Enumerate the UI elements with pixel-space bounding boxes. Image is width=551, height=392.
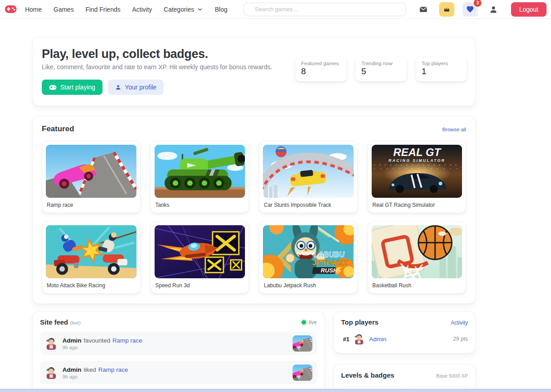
game-thumbnail: LABUBU JETPACK RUSH [263,225,354,278]
levels-badges-section: Levels & badges Base 5000 XP Rookie [333,364,475,392]
feed-line: Admin liked Ramp race [62,366,288,373]
hero-stats: Featured games 8 Trending now 5 Top play… [295,57,467,81]
start-playing-button[interactable]: Start playing [42,80,102,95]
browse-all-link[interactable]: Browse all [442,127,466,132]
nav-link-activity[interactable]: Activity [132,6,152,13]
feed-action: favourited [84,337,110,344]
envelope-icon [419,5,428,14]
nav-link-blog[interactable]: Blog [215,6,227,13]
stat-featured-games: Featured games 8 [295,57,347,81]
stat-value: 8 [301,67,341,76]
player-rank: #1 [343,336,349,343]
crown-icon [443,5,451,13]
logout-button[interactable]: Logout [511,2,547,17]
premium-button[interactable] [439,2,454,17]
game-thumbnail [155,225,245,278]
gamepad-logo-icon[interactable] [4,4,17,15]
navbar-actions: 3 [416,2,501,17]
your-profile-label: Your profile [125,84,156,91]
player-avatar [353,333,365,345]
feed-item[interactable]: Admin liked Ramp race 9h ago [40,361,317,384]
game-card-basketball[interactable]: Basketball Rush [368,221,467,294]
nav-link-home[interactable]: Home [25,6,42,13]
game-title: Moto Attack Bike Racing [46,282,137,289]
levels-title: Levels & badges [341,371,394,379]
game-title: Ramp race [46,202,137,208]
stat-value: 1 [422,67,461,76]
green-dot-icon [302,320,306,325]
navbar: Home Games Find Friends Activity Categor… [0,0,551,19]
notification-badge: 3 [474,0,481,7]
site-feed-title-text: Site feed [40,318,68,326]
game-card-labubu[interactable]: LABUBU JETPACK RUSH Labubu Jetpack Rush [259,221,358,294]
person-icon [115,84,121,90]
stat-label: Featured games [301,61,341,66]
feed-timestamp: 9h ago [62,374,288,379]
feed-game-thumbnail [293,335,312,352]
start-playing-label: Start playing [60,84,95,91]
top-player-row[interactable]: #1 Admin 29 pts [341,333,468,345]
favourites-button[interactable]: 3 [462,2,478,17]
account-button[interactable] [486,2,501,17]
game-title: Real GT Racing Simulator [372,202,462,208]
nav-link-find-friends[interactable]: Find Friends [85,6,120,13]
stat-top-players: Top players 1 [416,57,467,81]
gt-overlay-subtitle: RACING SIMULATOR [388,158,445,163]
feed-item[interactable]: Admin favourited Ramp race 9h ago [40,332,317,355]
feed-line: Admin favourited Ramp race [62,337,288,344]
featured-title: Featured [42,125,74,134]
top-players-section: Top players Activity #1 Admin 29 pts [333,311,475,353]
user-avatar [44,337,58,350]
game-card-ramp-race[interactable]: Ramp race [42,141,141,213]
search-input[interactable] [244,3,406,16]
game-title: Tanks [155,202,245,208]
hero-section: Play, level up, collect badges. Like, co… [32,37,475,106]
game-thumbnail [372,225,462,278]
stat-value: 5 [361,67,401,76]
game-thumbnail [46,225,137,278]
game-title: Labubu Jetpack Rush [263,282,354,289]
feed-action: liked [84,366,96,373]
chevron-down-icon [197,6,203,13]
player-name-link[interactable]: Admin [369,336,386,343]
labubu-overlay-line2: JETPACK [312,258,348,267]
feed-username: Admin [62,337,81,344]
game-title: Car Stunts Impossible Track [263,202,354,208]
featured-grid: Ramp race [42,141,466,294]
feed-game-link[interactable]: Ramp race [98,366,128,373]
activity-link[interactable]: Activity [451,320,468,326]
bottom-scroll-strip [0,389,551,392]
nav-link-categories-label: Categories [164,6,194,13]
nav-links: Home Games Find Friends Activity Categor… [25,6,227,13]
game-card-car-stunts[interactable]: Car Stunts Impossible Track [259,141,358,213]
featured-section: Featured Browse all Ramp race [32,116,475,304]
nav-link-categories[interactable]: Categories [164,6,203,13]
stat-label: Trending now [361,61,401,66]
game-title: Basketball Rush [372,282,462,289]
labubu-overlay-line3: RUSH [321,267,338,274]
feed-timestamp: 9h ago [62,345,288,350]
game-thumbnail [46,145,137,198]
user-avatar [44,366,58,379]
feed-username: Admin [62,366,81,373]
feed-game-link[interactable]: Ramp race [112,337,142,344]
player-points: 29 pts [453,336,468,342]
game-card-moto-attack[interactable]: Moto Attack Bike Racing [42,221,141,294]
person-icon [489,5,498,14]
your-profile-button[interactable]: Your profile [108,80,164,95]
top-players-title: Top players [341,318,378,326]
stat-trending-now: Trending now 5 [355,57,407,81]
game-card-tanks[interactable]: Tanks [151,141,249,213]
live-label: live [309,319,317,325]
messages-button[interactable] [416,2,431,17]
nav-link-games[interactable]: Games [53,6,74,13]
feed-game-thumbnail [293,365,312,381]
game-card-real-gt[interactable]: REAL GT RACING SIMULATOR Real GT Racing … [368,141,467,213]
game-thumbnail: REAL GT RACING SIMULATOR [372,145,462,198]
game-card-speed-run[interactable]: Speed Run 3d [151,221,249,294]
site-feed-title: Site feed(live) [40,318,80,326]
game-thumbnail [155,145,245,198]
site-feed-section: Site feed(live) live Admin favourited Ra… [32,311,324,392]
base-xp-label: Base 5000 XP [436,373,468,379]
live-indicator: live [302,319,317,325]
